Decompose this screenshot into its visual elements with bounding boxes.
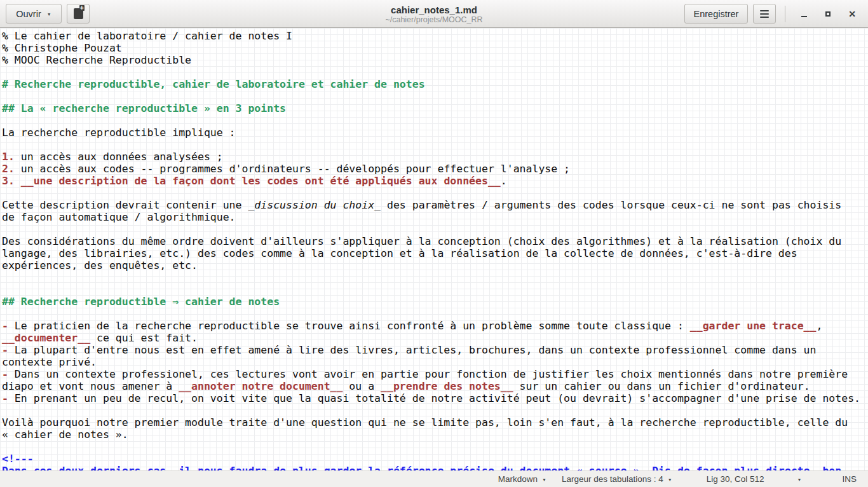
maximize-button[interactable] [818,4,837,24]
cursor-position-label: Lig 30, Col 512 [707,474,764,484]
editor-line [2,308,868,320]
editor-line [2,139,868,151]
open-button-label: Ouvrir [16,9,41,19]
document-path: ~/cahier/projets/MOOC_RR [385,15,482,24]
editor-line: Cette description devrait contenir une _… [2,199,868,211]
editor-line [2,66,868,78]
editor-area[interactable]: % Le cahier de laboratoire / cahier de n… [0,28,868,470]
chevron-down-icon: ▼ [668,477,672,482]
editor-line: - La plupart d'entre nous est en effet a… [2,344,868,356]
editor-line: __documenter__ ce qui est fait. [2,332,868,344]
editor-line: <!--- [2,453,868,465]
chevron-down-icon: ▼ [542,477,546,482]
editor-line: % Christophe Pouzat [2,42,868,54]
editor-line [2,404,868,416]
statusbar: Markdown ▼ Largeur des tabulations : 4 ▼… [0,470,868,487]
editor-line: Des considérations du même ordre doivent… [2,235,868,247]
editor-line: 3. __une description de la façon dont le… [2,175,868,187]
editor-line [2,114,868,127]
new-document-icon: + [74,8,83,19]
editor-line [2,441,868,453]
editor-line: 2. un accès aux codes -- programmes d'or… [2,163,868,175]
editor-line: ## La « recherche reproductible » en 3 p… [2,102,868,114]
editor-line: - En prenant un peu de recul, on voit vi… [2,392,868,404]
close-icon: ✕ [848,10,856,18]
chevron-down-icon: ▼ [47,12,51,17]
editor-line [2,187,868,199]
chevron-down-icon: ▼ [797,477,802,482]
maximize-icon [825,11,831,17]
editor-line: % Le cahier de laboratoire / cahier de n… [2,30,868,42]
editor-line [2,271,868,284]
save-button[interactable]: Enregistrer [684,4,748,24]
editor-line: # Recherche reproductible, cahier de lab… [2,78,868,90]
minimize-button[interactable] [794,4,813,24]
open-button[interactable]: Ouvrir ▼ [6,4,62,24]
editor-line: « cahier de notes ». [2,429,868,441]
editor-line: Voilà pourquoi notre premier module trai… [2,416,868,429]
editor-line: langage, des librairies, etc.) des codes… [2,247,868,259]
language-selector[interactable]: Markdown ▼ [494,473,550,485]
close-button[interactable]: ✕ [843,4,862,24]
hamburger-icon [760,10,769,18]
editor-line: - Le praticien de la recherche reproduct… [2,320,868,332]
cursor-position-selector[interactable]: Lig 30, Col 512 ▼ [703,473,806,485]
editor-line [2,284,868,296]
editor-line: expériences, des enquêtes, etc. [2,259,868,271]
document-title: cahier_notes_1.md [391,4,477,15]
editor-line: diapo et vont nous amener à __annoter no… [2,380,868,392]
headerbar-left: Ouvrir ▼ + [0,4,90,24]
editor-line: de façon automatique / algorithmique. [2,211,868,223]
tab-width-selector[interactable]: Largeur des tabulations : 4 ▼ [558,473,676,485]
editor-line: % MOOC Recherche Reproductible [2,54,868,66]
headerbar-right: Enregistrer ✕ [684,4,868,24]
language-label: Markdown [498,474,538,484]
editor-line [2,223,868,235]
editor-line: La recherche reproductible implique : [2,127,868,139]
menu-button[interactable] [753,4,776,24]
window-buttons-separator [785,6,785,22]
editor-line: - Dans un contexte professionel, ces lec… [2,368,868,380]
editor-line [2,90,868,102]
insert-mode-indicator: INS [842,474,857,484]
headerbar: Ouvrir ▼ + cahier_notes_1.md ~/cahier/pr… [0,0,868,28]
minimize-icon [801,16,807,17]
editor-line: 1. un accès aux données analysées ; [2,151,868,163]
new-document-button[interactable]: + [67,4,90,24]
tab-width-label: Largeur des tabulations : 4 [562,474,663,484]
editor-line: Dans ces deux derniers cas, il nous faud… [2,465,868,470]
editor-line: ## Recherche reproductible ⇒ cahier de n… [2,296,868,308]
editor-line: contexte privé. [2,356,868,368]
